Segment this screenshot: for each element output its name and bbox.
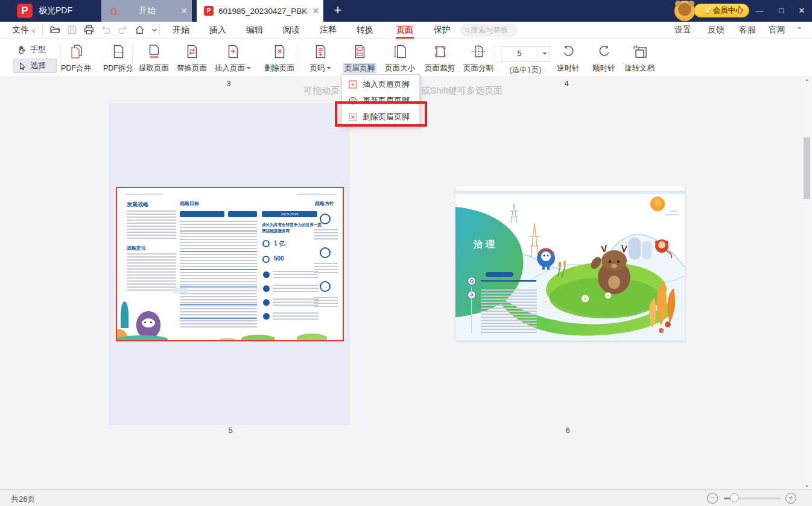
menu-tab-protect[interactable]: 保护 [434, 25, 451, 36]
page-6-label: 6 [565, 426, 569, 435]
text-placeholder [273, 312, 319, 320]
menu-tab-convert[interactable]: 转换 [357, 25, 373, 36]
file-menu[interactable]: 文件 ∨ [12, 25, 36, 36]
q-badge: Q [468, 277, 476, 285]
text-placeholder [273, 299, 319, 306]
statusbar: 共26页 − + [0, 489, 812, 506]
goal-text-line1: 成长为具有全球竞争力的世界一流 [262, 222, 322, 228]
select-tool-button[interactable]: 选择 [13, 59, 57, 73]
question-pill [486, 272, 513, 277]
undo-icon[interactable] [100, 24, 112, 36]
minimize-button[interactable]: — [749, 0, 770, 22]
search-input[interactable] [471, 26, 513, 34]
zoom-slider-handle[interactable] [730, 493, 739, 502]
menu-tab-start[interactable]: 开始 [173, 25, 189, 36]
rotate-document-button[interactable]: 旋转文档 [620, 42, 659, 74]
hand-tool-button[interactable]: 手型 [13, 42, 57, 57]
menu-tab-page[interactable]: 页面 [396, 25, 413, 36]
vertical-scrollbar[interactable]: ⌃ ⌄ [802, 77, 812, 489]
menu-tab-insert[interactable]: 插入 [209, 25, 226, 36]
collapse-ribbon-icon[interactable]: ⌃ [796, 26, 802, 34]
question-text-placeholder [481, 280, 536, 282]
tab-home[interactable]: 开始 ✕ [101, 0, 192, 22]
menu-tab-read[interactable]: 阅读 [283, 25, 300, 36]
divider [180, 318, 257, 319]
pdf-split-label: PDF拆分 [103, 64, 133, 72]
mascot-avatar[interactable] [674, 1, 695, 21]
ribbon-toolbar: 手型 选择 PDF合并 PDF拆分 提取页面 [0, 39, 812, 77]
page-crop-button[interactable]: 页面裁剪 [420, 42, 459, 74]
pdf-doc-icon: P [204, 6, 214, 16]
new-tab-button[interactable]: + [329, 2, 347, 19]
extract-pages-button[interactable]: 提取页面 [135, 42, 173, 74]
menu-item-insert-header-footer[interactable]: 插入页眉页脚 [342, 76, 419, 92]
text-placeholder [127, 253, 176, 291]
goal-text-line2: 清洁能源服务商 [262, 228, 322, 234]
member-center-label: 会员中心 [713, 5, 743, 16]
pdf-merge-button[interactable]: PDF合并 [57, 42, 95, 74]
delete-pages-button[interactable]: 删除页面 [260, 42, 299, 74]
home-view-icon[interactable] [134, 24, 145, 36]
extract-pages-label: 提取页面 [139, 64, 169, 72]
text-placeholder [180, 221, 257, 328]
tab-home-close-icon[interactable]: ✕ [176, 6, 192, 16]
page-select-spinner[interactable]: 5 [501, 46, 550, 62]
insert-pages-button[interactable]: 插入页面 [214, 42, 252, 74]
member-center-button[interactable]: V 会员中心 [694, 4, 749, 17]
wave-decor [117, 335, 168, 341]
plus-box-icon [349, 80, 357, 89]
open-file-icon[interactable] [49, 24, 61, 36]
rotate-ccw-icon [560, 43, 577, 60]
replace-pages-icon [184, 43, 200, 60]
bullet-icon [263, 313, 270, 320]
menu-tab-comment[interactable]: 注释 [320, 25, 337, 36]
page-number-button[interactable]: 页码 [301, 42, 340, 74]
redo-icon[interactable] [117, 24, 128, 36]
feedback-link[interactable]: 反馈 [708, 25, 725, 36]
scroll-up-icon[interactable]: ⌃ [802, 78, 812, 85]
toolbar-more-icon[interactable] [151, 24, 158, 36]
support-link[interactable]: 客服 [739, 25, 756, 36]
divider [180, 286, 257, 286]
chevron-down-icon: ∨ [31, 27, 36, 34]
search-box[interactable] [460, 24, 518, 37]
settings-link[interactable]: 设置 [674, 25, 691, 36]
drag-hint-right: 或Shift键可多选页面 [421, 85, 503, 96]
dropdown-caret-icon [326, 67, 331, 69]
spinner-dropdown-button[interactable] [538, 46, 550, 61]
rotate-document-icon [632, 43, 648, 60]
rotate-cw-label: 顺时针 [592, 64, 615, 72]
page-size-button[interactable]: 页面大小 [381, 42, 419, 74]
zoom-in-button[interactable]: + [785, 493, 796, 504]
tab-document[interactable]: P 601985_20230427_PBK0.... ✕ [197, 0, 323, 22]
tab-document-close-icon[interactable]: ✕ [308, 6, 323, 16]
close-button[interactable]: ✕ [791, 0, 812, 22]
replace-pages-button[interactable]: 替换页面 [173, 42, 211, 74]
page-6-thumbnail[interactable]: 治理 Q A [455, 186, 685, 341]
zoom-out-button[interactable]: − [707, 493, 718, 504]
hand-tool-label: 手型 [30, 44, 46, 55]
tab-document-label: 601985_20230427_PBK0.... [214, 7, 308, 16]
save-icon[interactable] [66, 24, 78, 36]
text-placeholder [273, 271, 319, 279]
rotate-cw-button[interactable]: 顺时针 [585, 42, 623, 74]
page-thumbnails-canvas: 3 4 可拖动页 或Shift键可多选页面 发展战略 战略定位 战略目标 202… [0, 77, 812, 489]
page-5-thumbnail[interactable]: 发展战略 战略定位 战略目标 2025-2035 成长为具有全球竞争力的世界一流… [116, 187, 344, 341]
page5-section-title: 发展战略 [127, 201, 148, 209]
divider [180, 251, 257, 251]
scrollbar-thumb[interactable] [804, 138, 810, 199]
website-link[interactable]: 官网 [769, 25, 785, 36]
extract-pages-icon [146, 43, 162, 60]
search-icon [465, 27, 471, 34]
print-icon[interactable] [83, 24, 95, 36]
page-crop-label: 页面裁剪 [425, 64, 455, 72]
goal-period-pill: 2025-2035 [262, 211, 317, 217]
maximize-button[interactable]: □ [771, 0, 791, 22]
page-split-label: 页面分割 [463, 64, 493, 72]
page-number-label: 页码 [310, 64, 325, 72]
divider [180, 304, 257, 305]
scroll-down-icon[interactable]: ⌄ [802, 481, 812, 488]
rotate-ccw-button[interactable]: 逆时针 [549, 42, 588, 74]
menu-tab-edit[interactable]: 编辑 [246, 25, 263, 36]
page-split-icon [471, 43, 487, 60]
